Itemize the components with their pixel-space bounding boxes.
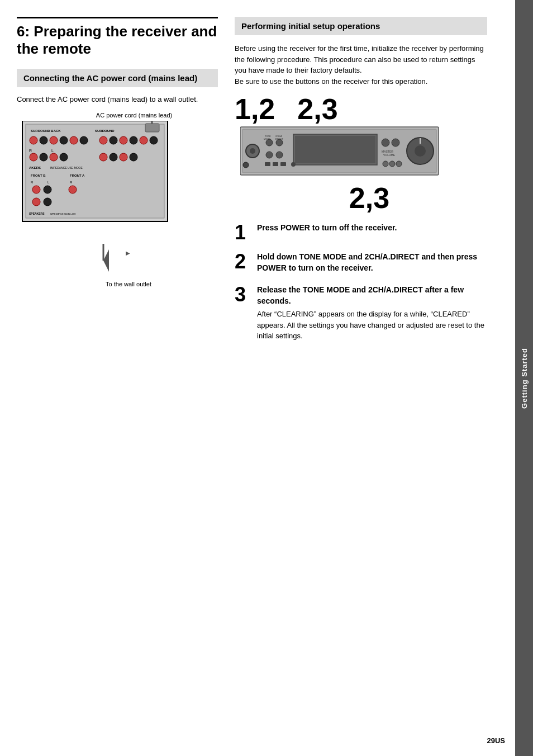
step-1-content: Press POWER to turn off the receiver.	[257, 223, 487, 236]
svg-point-11	[110, 136, 117, 144]
chapter-title: 6: Preparing the receiver and the remote	[17, 17, 218, 58]
svg-text:MODE: MODE	[264, 138, 270, 140]
svg-point-24	[120, 153, 127, 161]
svg-point-15	[150, 136, 158, 144]
svg-point-6	[50, 136, 58, 144]
receiver-front-diagram: TONE MODE 2CH/A DIRECT MASTER VOLUME	[240, 126, 487, 178]
svg-text:R: R	[29, 149, 32, 153]
step-3-main: Release the TONE MODE and 2CH/A.DIRECT a…	[257, 285, 487, 306]
svg-point-61	[392, 139, 399, 147]
svg-point-60	[382, 139, 389, 147]
receiver-front-svg: TONE MODE 2CH/A DIRECT MASTER VOLUME	[240, 126, 441, 176]
svg-point-18	[30, 153, 37, 161]
svg-point-25	[130, 153, 137, 161]
step-3-sub: After “CLEARING” appears on the display …	[257, 309, 487, 342]
svg-rect-69	[273, 162, 278, 166]
step-3-number: 3	[235, 285, 250, 305]
svg-point-12	[120, 136, 127, 144]
svg-point-22	[99, 153, 107, 161]
side-tab: Getting Started	[515, 0, 533, 756]
svg-point-65	[415, 145, 426, 157]
side-tab-label: Getting Started	[520, 348, 529, 409]
svg-text:SPEAKERS: SPEAKERS	[29, 212, 45, 215]
svg-text:L: L	[51, 149, 54, 153]
svg-point-13	[130, 136, 137, 144]
svg-point-52	[266, 152, 273, 158]
svg-point-8	[70, 136, 78, 144]
svg-point-72	[383, 161, 388, 167]
step-3: 3 Release the TONE MODE and 2CH/A.DIRECT…	[235, 285, 487, 342]
ac-cord-diagram: SURROUND BACK SURROUND	[17, 121, 184, 277]
svg-text:FRONT A: FRONT A	[70, 174, 85, 177]
svg-point-37	[44, 198, 51, 206]
step-2: 2 Hold down TONE MODE and 2CH/A.DIRECT a…	[235, 252, 487, 276]
svg-point-20	[50, 153, 58, 161]
diagram-area: AC power cord (mains lead) SURROUND BACK…	[17, 112, 218, 287]
step-2-content: Hold down TONE MODE and 2CH/A.DIRECT and…	[257, 252, 487, 276]
svg-point-35	[69, 186, 77, 193]
chapter-number: 6:	[17, 23, 30, 40]
svg-point-19	[40, 153, 47, 161]
left-column: 6: Preparing the receiver and the remote…	[17, 17, 218, 739]
svg-text:SURROUND BACK: SURROUND BACK	[31, 129, 61, 133]
svg-point-23	[110, 153, 117, 161]
left-section-box: Connecting the AC power cord (mains lead…	[17, 69, 218, 87]
svg-rect-70	[280, 162, 286, 166]
step-num-1-2: 1,2	[235, 94, 275, 124]
svg-point-5	[40, 136, 47, 144]
svg-text:IMPEDANCE 6Ω/4Ω+100: IMPEDANCE 6Ω/4Ω+100	[50, 212, 76, 215]
svg-point-53	[276, 152, 283, 158]
chapter-title-text: Preparing the receiver and the remote	[17, 23, 217, 57]
svg-text:R: R	[70, 181, 73, 184]
steps-list: 1 Press POWER to turn off the receiver. …	[235, 223, 487, 342]
step-1: 1 Press POWER to turn off the receiver.	[235, 223, 487, 243]
svg-point-9	[80, 136, 88, 144]
svg-text:IMPEDANCE USE MODE: IMPEDANCE USE MODE	[50, 166, 83, 169]
svg-rect-68	[265, 162, 270, 166]
svg-text:FRONT B: FRONT B	[31, 174, 46, 177]
svg-rect-59	[295, 136, 375, 163]
right-column: Performing initial setup operations Befo…	[235, 17, 487, 739]
diagram-label-bottom: To the wall outlet	[39, 281, 218, 287]
right-intro-text: Before using the receiver for the first …	[235, 43, 487, 87]
svg-point-34	[44, 186, 51, 193]
svg-text:SURROUND: SURROUND	[95, 129, 115, 133]
right-section-title: Performing initial setup operations	[241, 21, 480, 31]
svg-point-36	[32, 198, 40, 206]
svg-point-49	[250, 148, 255, 154]
step-numbers-top-row: 1,2 2,3	[235, 94, 487, 124]
svg-text:R: R	[31, 181, 34, 184]
left-section-title: Connecting the AC power cord (mains lead…	[23, 73, 211, 83]
svg-point-74	[396, 161, 402, 167]
svg-point-33	[32, 186, 40, 193]
svg-text:▶: ▶	[126, 250, 130, 256]
svg-point-21	[60, 153, 68, 161]
left-section-body: Connect the AC power cord (mains lead) t…	[17, 94, 218, 105]
right-section-box: Performing initial setup operations	[235, 17, 487, 35]
svg-point-71	[291, 162, 296, 167]
step-num-2-3-top: 2,3	[297, 94, 337, 124]
step-num-2-3-bottom: 2,3	[251, 181, 487, 215]
svg-rect-40	[145, 124, 159, 132]
diagram-label-top: AC power cord (mains lead)	[50, 112, 218, 119]
svg-point-73	[389, 161, 395, 167]
cord-arrow-svg: ▶	[17, 244, 184, 277]
svg-point-67	[243, 162, 249, 168]
svg-point-4	[30, 136, 37, 144]
step-1-main: Press POWER to turn off the receiver.	[257, 223, 487, 234]
svg-point-14	[140, 136, 147, 144]
step-2-main: Hold down TONE MODE and 2CH/A.DIRECT and…	[257, 252, 487, 273]
step-1-number: 1	[235, 223, 250, 243]
page-number: 29US	[487, 736, 505, 745]
step-3-content: Release the TONE MODE and 2CH/A.DIRECT a…	[257, 285, 487, 342]
step-2-number: 2	[235, 252, 250, 272]
svg-text:AKERS: AKERS	[29, 166, 41, 169]
svg-text:DIRECT: DIRECT	[275, 138, 283, 140]
svg-point-10	[99, 136, 107, 144]
svg-text:VOLUME: VOLUME	[383, 153, 396, 157]
svg-point-7	[60, 136, 68, 144]
